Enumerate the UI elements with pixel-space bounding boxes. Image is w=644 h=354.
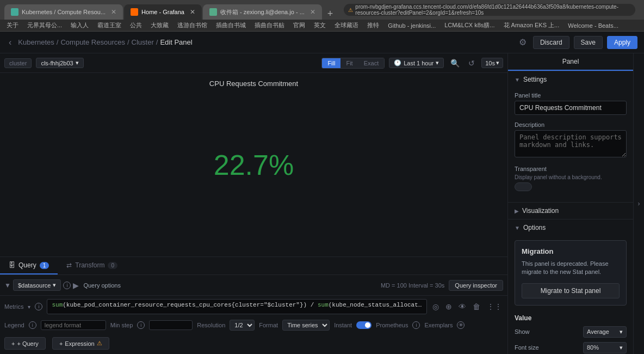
legend-format-input[interactable] [41, 320, 106, 330]
save-button[interactable]: Save [574, 36, 603, 49]
browser-chrome: Kubernetes / Compute Resou... ✕ Home - G… [0, 0, 644, 20]
bookmark-curve2[interactable]: 插曲自书贴 [252, 21, 287, 29]
settings-icon-button[interactable]: ⚙ [517, 35, 529, 50]
view-mode-group: Fill Fit Exact [321, 58, 385, 69]
legend-info-icon[interactable]: i [29, 321, 36, 329]
format-select[interactable]: Time series Table [282, 320, 330, 331]
transparent-toggle[interactable] [515, 182, 532, 191]
query-inspector-button[interactable]: Query inspector [449, 280, 503, 291]
legend-row: Legend i Min step i Resolution 1/2 1/1 1… [0, 318, 507, 333]
discard-button[interactable]: Discard [533, 36, 569, 49]
options-chevron-icon: ▼ [515, 225, 520, 231]
add-query-button[interactable]: + + Query [4, 337, 46, 350]
bookmark-meta[interactable]: 元界其母公... [25, 21, 64, 29]
query-action-icon-4[interactable]: 🗑 [472, 301, 481, 312]
collapse-query-button[interactable]: ▼ [4, 282, 11, 289]
query-row-right: MD = 100 Interval = 30s Query inspector [381, 280, 503, 291]
zoom-out-icon[interactable]: 🔍 [448, 58, 462, 69]
bookmark-curve[interactable]: 插曲自书城 [214, 21, 248, 29]
instant-toggle[interactable] [356, 321, 371, 329]
browser-tab-2[interactable]: Home - Grafana ✕ [124, 4, 202, 20]
browser-tab-3[interactable]: 收件箱 - zexiong.li@dena.jo - ... ✕ [203, 4, 322, 20]
resolution-select[interactable]: 1/2 1/1 1/4 [230, 320, 255, 331]
bookmark-collection[interactable]: 大致藏 [148, 21, 171, 29]
bookmark-global[interactable]: 全球藏语 [332, 21, 361, 29]
bookmark-official[interactable]: 官网 [291, 21, 307, 29]
datasource-selector[interactable]: $datasource ▾ [13, 279, 61, 291]
font-size-field-1: Font size 80% ▾ [515, 342, 627, 353]
time-range-selector[interactable]: 🕐 Last 1 hour ▾ [389, 58, 444, 68]
min-step-info-icon[interactable]: i [137, 321, 145, 329]
right-panel-nav[interactable]: › [633, 53, 644, 354]
visualization-section-header[interactable]: ▶ Visualization [508, 203, 633, 219]
view-mode-fit[interactable]: Fit [340, 58, 358, 68]
bookmark-input[interactable]: 输入人 [69, 21, 91, 29]
query-action-icon-5[interactable]: ⋮⋮ [486, 301, 503, 312]
bookmark-github[interactable]: Github - jenkinsi... [386, 22, 438, 29]
metrics-label: Metrics [4, 303, 23, 310]
exemplars-label: Exemplars [424, 322, 453, 328]
font-size-select-1[interactable]: 80% ▾ [583, 342, 627, 353]
bookmark-twitter[interactable]: 推特 [365, 21, 381, 29]
right-nav-chevron: › [638, 200, 640, 207]
description-input[interactable] [515, 130, 627, 157]
show-field: Show Average ▾ [515, 326, 627, 338]
query-action-icon-1[interactable]: ◎ [431, 301, 440, 312]
breadcrumb-cluster[interactable]: Cluster [132, 38, 154, 46]
refresh-icon[interactable]: ↺ [466, 58, 477, 69]
bookmark-english[interactable]: 英文 [312, 21, 328, 29]
add-expression-button[interactable]: + Expression ⚠ [52, 337, 109, 350]
topbar-actions: ⚙ Discard Save Apply [517, 35, 637, 50]
tab-transform[interactable]: ⇄ Transform 0 [58, 257, 126, 274]
migrate-to-stat-button[interactable]: Migrate to Stat panel [522, 283, 620, 298]
clock-icon: 🕐 [394, 59, 401, 66]
address-bar[interactable]: ⚠ prom-nvbgdjen-grafana.ccs.tencent-clou… [344, 4, 635, 16]
transform-icon: ⇄ [66, 261, 72, 269]
view-mode-fill[interactable]: Fill [322, 58, 340, 68]
right-tab-panel[interactable]: Panel [508, 53, 633, 71]
bookmark-welcome[interactable]: Welcome - Beats... [566, 22, 621, 29]
new-tab-button[interactable]: + [323, 8, 338, 20]
browser-tab-1[interactable]: Kubernetes / Compute Resou... ✕ [4, 4, 123, 20]
tab-close-3[interactable]: ✕ [310, 8, 315, 16]
exemplars-info-icon[interactable]: 👁 [457, 321, 465, 329]
show-select[interactable]: Average ▾ [583, 326, 627, 338]
bookmark-escape[interactable]: 逃游自书馆 [175, 21, 209, 29]
cluster-badge[interactable]: cluster [4, 58, 32, 68]
tab-favicon-2 [131, 8, 138, 16]
view-mode-exact[interactable]: Exact [358, 58, 385, 68]
query-action-icon-2[interactable]: ⊕ [444, 301, 453, 312]
browser-tabs: Kubernetes / Compute Resou... ✕ Home - G… [4, 0, 337, 20]
interval-selector[interactable]: 10s ▾ [481, 58, 503, 68]
bookmark-amazon[interactable]: 花 Amazon EKS 上... [501, 21, 562, 29]
apply-button[interactable]: Apply [607, 36, 637, 49]
tab-close-2[interactable]: ✕ [190, 8, 195, 16]
tab-close-1[interactable]: ✕ [111, 8, 116, 16]
bookmark-hegemony[interactable]: 霸道王室 [95, 21, 123, 29]
bookmark-public[interactable]: 公共 [128, 21, 144, 29]
prometheus-info-icon[interactable]: i [412, 321, 420, 329]
bookmark-lcm[interactable]: LCM&LCX k8s膳... [442, 21, 497, 29]
query-tabs: 🗄 Query 1 ⇄ Transform 0 [0, 257, 507, 275]
query-input[interactable]: sum(kube_pod_container_resource_requests… [47, 299, 427, 314]
tab-query[interactable]: 🗄 Query 1 [0, 257, 58, 274]
panel-title-input[interactable]: CPU Requests Commitment [515, 101, 627, 115]
breadcrumb-kubernetes[interactable]: Kubernetes [18, 38, 54, 46]
settings-section-header[interactable]: ▼ Settings [508, 71, 633, 88]
cluster-name-selector[interactable]: cls-fhhj2b03 ▾ [36, 58, 83, 68]
expand-query-button[interactable]: ▶ [73, 281, 79, 290]
back-button[interactable]: ‹ [7, 36, 14, 48]
min-step-input[interactable] [149, 320, 193, 330]
breadcrumb-compute-resources[interactable]: Compute Resources [60, 38, 125, 46]
query-options-label[interactable]: Query options [83, 282, 120, 289]
address-text: prom-nvbgdjen-grafana.ccs.tencent-cloud.… [355, 4, 631, 16]
options-section-header[interactable]: ▼ Options [508, 219, 633, 236]
bookmark-about[interactable]: 关于 [4, 21, 21, 29]
plus-icon: + [11, 340, 15, 347]
expression-warning-icon: ⚠ [97, 340, 102, 347]
prometheus-label: Prometheus [376, 322, 408, 328]
query-action-icon-3[interactable]: 👁 [457, 301, 467, 312]
metrics-info-icon[interactable]: i [35, 303, 42, 310]
datasource-info-icon[interactable]: i [63, 282, 71, 289]
font-size-chevron-1: ▾ [620, 344, 623, 351]
